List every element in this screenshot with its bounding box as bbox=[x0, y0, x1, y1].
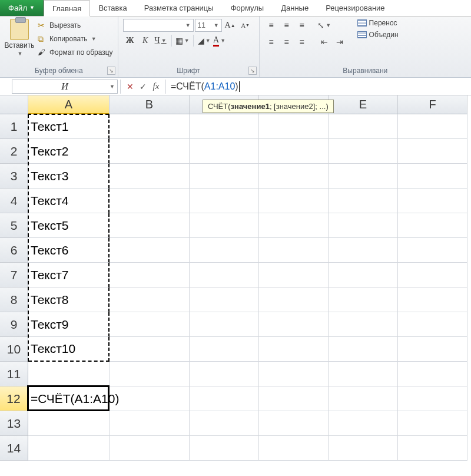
cell-C6[interactable] bbox=[190, 238, 259, 263]
cell-B12[interactable] bbox=[110, 386, 190, 411]
cell-C3[interactable] bbox=[190, 164, 259, 189]
cell-D1[interactable] bbox=[259, 114, 329, 139]
cell-E4[interactable] bbox=[329, 189, 398, 213]
cell-E13[interactable] bbox=[329, 411, 398, 436]
cell-F2[interactable] bbox=[398, 139, 467, 164]
italic-button[interactable]: К bbox=[138, 34, 152, 47]
row-header-6[interactable]: 6 bbox=[0, 238, 28, 263]
cell-B10[interactable] bbox=[110, 337, 190, 362]
row-header-12[interactable]: 12 bbox=[0, 386, 28, 411]
cell-A1[interactable]: Текст1 bbox=[28, 114, 110, 139]
cell-F14[interactable] bbox=[398, 436, 467, 461]
row-header-11[interactable]: 11 bbox=[0, 362, 28, 386]
cell-E8[interactable] bbox=[329, 287, 398, 312]
cell-C11[interactable] bbox=[190, 362, 259, 386]
borders-button[interactable]: ▦▼ bbox=[175, 34, 190, 47]
cell-F8[interactable] bbox=[398, 287, 467, 312]
cell-E9[interactable] bbox=[329, 312, 398, 337]
font-color-button[interactable]: A▼ bbox=[213, 34, 227, 47]
tab-insert[interactable]: Вставка bbox=[90, 0, 135, 16]
cell-A14[interactable] bbox=[28, 436, 110, 461]
align-left-button[interactable]: ≡ bbox=[264, 35, 278, 48]
row-header-8[interactable]: 8 bbox=[0, 287, 28, 312]
cell-E6[interactable] bbox=[329, 238, 398, 263]
cell-E2[interactable] bbox=[329, 139, 398, 164]
cell-C5[interactable] bbox=[190, 213, 259, 238]
chevron-down-icon[interactable]: ▼ bbox=[110, 84, 115, 90]
cut-button[interactable]: Вырезать bbox=[38, 19, 113, 32]
cell-A9[interactable]: Текст9 bbox=[28, 312, 110, 337]
cell-D2[interactable] bbox=[259, 139, 329, 164]
clipboard-dialog-launcher[interactable]: ↘ bbox=[107, 67, 115, 75]
cell-E3[interactable] bbox=[329, 164, 398, 189]
enter-formula-button[interactable]: ✓ bbox=[137, 81, 149, 92]
cell-D13[interactable] bbox=[259, 411, 329, 436]
name-box[interactable]: И ▼ bbox=[12, 80, 118, 94]
cell-F3[interactable] bbox=[398, 164, 467, 189]
font-family-select[interactable]: ▼ bbox=[123, 19, 194, 32]
cell-F13[interactable] bbox=[398, 411, 467, 436]
formula-input[interactable]: =СЧЁТ(A1:A10) bbox=[166, 80, 471, 94]
copy-button[interactable]: Копировать ▼ bbox=[38, 32, 113, 45]
increase-font-button[interactable]: A▲ bbox=[223, 19, 237, 32]
tab-file[interactable]: Файл ▼ bbox=[0, 0, 44, 16]
tab-page-layout[interactable]: Разметка страницы bbox=[136, 0, 223, 16]
decrease-indent-button[interactable]: ⇤ bbox=[317, 35, 331, 48]
align-top-button[interactable]: ≡ bbox=[264, 19, 278, 32]
format-painter-button[interactable]: Формат по образцу bbox=[38, 46, 113, 59]
cell-D7[interactable] bbox=[259, 263, 329, 287]
cell-C14[interactable] bbox=[190, 436, 259, 461]
cell-C10[interactable] bbox=[190, 337, 259, 362]
bold-button[interactable]: Ж bbox=[123, 34, 137, 47]
tab-home[interactable]: Главная bbox=[44, 0, 90, 16]
cell-E7[interactable] bbox=[329, 263, 398, 287]
cell-B14[interactable] bbox=[110, 436, 190, 461]
cell-A11[interactable] bbox=[28, 362, 110, 386]
cell-B3[interactable] bbox=[110, 164, 190, 189]
cell-F11[interactable] bbox=[398, 362, 467, 386]
cell-A2[interactable]: Текст2 bbox=[28, 139, 110, 164]
cell-B1[interactable] bbox=[110, 114, 190, 139]
cell-F7[interactable] bbox=[398, 263, 467, 287]
merge-button[interactable]: Объедин bbox=[357, 31, 399, 39]
cell-A7[interactable]: Текст7 bbox=[28, 263, 110, 287]
cell-F5[interactable] bbox=[398, 213, 467, 238]
cell-C4[interactable] bbox=[190, 189, 259, 213]
cell-D8[interactable] bbox=[259, 287, 329, 312]
align-bottom-button[interactable]: ≡ bbox=[295, 19, 309, 32]
cell-B9[interactable] bbox=[110, 312, 190, 337]
row-header-4[interactable]: 4 bbox=[0, 189, 28, 213]
row-header-3[interactable]: 3 bbox=[0, 164, 28, 189]
cell-E5[interactable] bbox=[329, 213, 398, 238]
cell-D11[interactable] bbox=[259, 362, 329, 386]
cell-B11[interactable] bbox=[110, 362, 190, 386]
paste-button[interactable]: Вставить ▼ bbox=[5, 19, 34, 65]
spreadsheet-grid[interactable]: ABCDEF1Текст12Текст23Текст34Текст45Текст… bbox=[0, 95, 471, 461]
cell-C13[interactable] bbox=[190, 411, 259, 436]
select-all-corner[interactable] bbox=[0, 95, 28, 114]
cell-A12[interactable]: =СЧЁТ(A1:A10) bbox=[28, 386, 110, 411]
cell-E11[interactable] bbox=[329, 362, 398, 386]
cell-C2[interactable] bbox=[190, 139, 259, 164]
cell-B4[interactable] bbox=[110, 189, 190, 213]
cell-D12[interactable] bbox=[259, 386, 329, 411]
cell-A6[interactable]: Текст6 bbox=[28, 238, 110, 263]
column-header-E[interactable]: E bbox=[329, 95, 398, 114]
cell-A13[interactable] bbox=[28, 411, 110, 436]
row-header-9[interactable]: 9 bbox=[0, 312, 28, 337]
underline-button[interactable]: Ч▼ bbox=[154, 34, 168, 47]
increase-indent-button[interactable]: ⇥ bbox=[333, 35, 347, 48]
cell-C7[interactable] bbox=[190, 263, 259, 287]
row-header-5[interactable]: 5 bbox=[0, 213, 28, 238]
cell-F12[interactable] bbox=[398, 386, 467, 411]
cell-F10[interactable] bbox=[398, 337, 467, 362]
wrap-text-button[interactable]: Перенос bbox=[357, 19, 399, 27]
cell-C8[interactable] bbox=[190, 287, 259, 312]
cell-B2[interactable] bbox=[110, 139, 190, 164]
cell-E12[interactable] bbox=[329, 386, 398, 411]
chevron-down-icon[interactable]: ▼ bbox=[18, 51, 23, 57]
cell-E10[interactable] bbox=[329, 337, 398, 362]
cell-D5[interactable] bbox=[259, 213, 329, 238]
cell-A4[interactable]: Текст4 bbox=[28, 189, 110, 213]
decrease-font-button[interactable]: A▼ bbox=[238, 19, 253, 32]
